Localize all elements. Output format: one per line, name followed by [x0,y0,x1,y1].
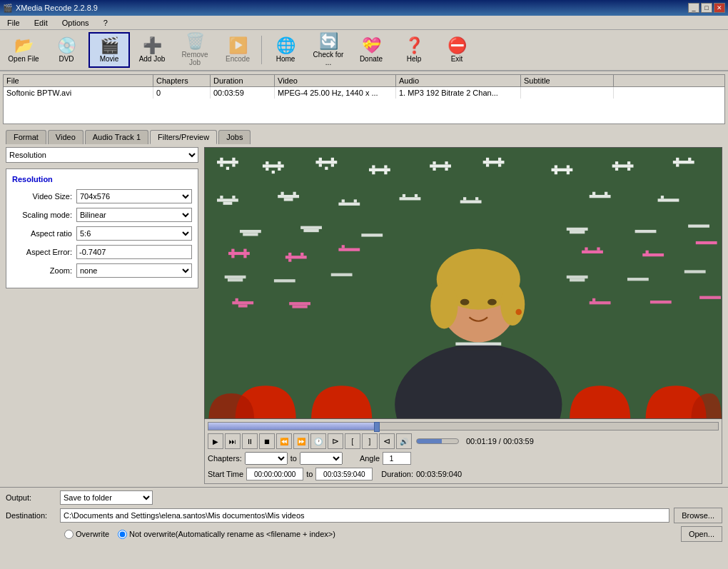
not-overwrite-radio[interactable] [118,530,127,539]
rewind-button[interactable]: ⏪ [276,433,292,449]
start-time-input[interactable] [246,468,303,480]
stop-button[interactable]: ⏹ [259,433,275,449]
menu-bar: File Edit Options ? [0,16,728,30]
svg-rect-41 [612,164,634,167]
home-button[interactable]: 🌐 Home [265,32,306,68]
svg-rect-79 [231,249,234,252]
browse-button[interactable]: Browse... [674,508,722,523]
play-button[interactable]: ▶ [208,433,223,449]
tab-format[interactable]: Format [6,130,46,144]
movie-button[interactable]: 🎬 Movie [89,32,130,68]
filter-type-select[interactable]: Resolution Deinterlace Deblock Denoise [6,147,198,163]
resolution-section: Resolution Video Size: 704x576 720x576 1… [6,168,198,288]
svg-rect-24 [433,161,435,164]
svg-rect-71 [243,233,258,236]
svg-rect-26 [430,164,451,167]
svg-rect-107 [289,302,310,305]
video-content-svg [205,148,722,418]
donate-button[interactable]: 💝 Donate [350,32,392,68]
end-time-input[interactable] [315,468,373,480]
mark-out-button[interactable]: ⊲ [379,433,395,449]
tab-video[interactable]: Video [48,130,84,144]
svg-rect-108 [292,305,307,308]
chapters-to-label: to [290,454,297,463]
svg-rect-32 [486,163,489,166]
svg-rect-6 [226,167,229,170]
svg-rect-100 [567,276,588,278]
svg-rect-58 [338,203,360,206]
svg-rect-25 [445,161,448,164]
svg-rect-59 [403,194,405,197]
aspect-ratio-select[interactable]: 5:6 4:3 16:9 [76,226,192,241]
add-job-button[interactable]: ➕ Add Job [131,32,173,68]
maximize-button[interactable]: □ [701,3,712,13]
forward-button[interactable]: ⏩ [293,433,309,449]
encode-button[interactable]: ▶️ Encode [217,32,258,68]
audio-button[interactable]: 🔊 [396,433,412,449]
home-label: Home [276,55,295,63]
playback-controls: ▶ ⏭ ⏸ ⏹ ⏪ ⏩ 🕐 ⊳ [ ] ⊲ 🔊 00:01:19 / 00:03… [208,433,719,449]
svg-rect-4 [220,163,223,166]
set-time-button[interactable]: 🕐 [310,433,326,449]
file-video: MPEG-4 25.00 Hz, 1440 x ... [275,87,396,99]
zoom-select[interactable]: none 25% 50% 100% [76,263,192,278]
video-size-select[interactable]: 704x576 720x576 1280x720 1920x1080 [76,189,192,203]
app-icon: 🎬 [3,4,13,13]
svg-rect-90 [585,247,587,250]
angle-input[interactable] [383,452,411,465]
svg-rect-67 [590,195,611,198]
svg-rect-82 [231,255,234,258]
menu-help[interactable]: ? [99,17,112,29]
menu-options[interactable]: Options [58,17,93,29]
minimize-button[interactable]: _ [688,3,699,13]
exit-button[interactable]: ⛔ Exit [436,32,477,68]
svg-rect-50 [217,198,238,201]
svg-rect-80 [243,249,246,252]
svg-rect-96 [225,276,246,278]
destination-input[interactable] [60,508,669,523]
close-button[interactable]: ✕ [714,3,725,13]
skip-end-button[interactable]: ⏭ [225,433,241,449]
options-row: Overwrite Not overwrite(Automatically re… [6,526,722,542]
aspect-ratio-label: Aspect ratio [12,229,76,238]
tab-audio-track-1[interactable]: Audio Track 1 [85,130,148,144]
volume-slider[interactable] [416,438,459,444]
svg-rect-37 [555,171,557,174]
open-button[interactable]: Open... [681,526,722,542]
help-button[interactable]: ❓ Help [393,32,435,68]
col-header-file: File [4,75,153,86]
title-bar: 🎬 XMedia Recode 2.2.8.9 _ □ ✕ [0,0,728,16]
file-duration: 00:03:59 [211,87,275,99]
mark-in-button[interactable]: ⊳ [328,433,343,449]
pause-button[interactable]: ⏸ [242,433,258,449]
svg-rect-110 [590,301,611,304]
menu-edit[interactable]: Edit [30,17,52,29]
overwrite-radio[interactable] [64,530,74,539]
dvd-button[interactable]: 💿 DVD [46,32,87,68]
left-panel: Resolution Deinterlace Deblock Denoise R… [6,147,198,484]
start-time-label: Start Time [208,470,243,478]
file-list-body[interactable]: Softonic BPTW.avi 0 00:03:59 MPEG-4 25.0… [4,87,724,99]
tab-jobs[interactable]: Jobs [218,130,251,144]
aspect-error-input[interactable] [76,245,192,259]
tab-filters-preview[interactable]: Filters/Preview [150,130,217,144]
chapters-from-select[interactable] [245,452,288,465]
progress-bar[interactable] [208,422,719,430]
svg-rect-73 [303,229,318,232]
scaling-mode-select[interactable]: Bilinear Bicubic Lanczos [76,208,192,222]
check-for-button[interactable]: 🔄 Check for ... [308,32,349,68]
open-file-button[interactable]: 📂 Open File [3,32,44,68]
bracket-out-button[interactable]: ] [362,433,378,449]
help-icon: ❓ [405,38,424,54]
angle-label: Angle [360,454,380,463]
tabs: Format Video Audio Track 1 Filters/Previ… [6,130,722,144]
output-select[interactable]: Save to folder Save to source folder [60,490,153,505]
menu-file[interactable]: File [3,17,24,29]
chapters-to-select[interactable] [300,452,343,465]
remove-job-button[interactable]: 🗑️ Remove Job [174,32,216,68]
file-audio: 1. MP3 192 Bitrate 2 Chan... [396,87,521,99]
bracket-in-button[interactable]: [ [345,433,360,449]
svg-rect-29 [486,158,489,161]
progress-thumb[interactable] [374,422,380,432]
tab-area: Format Video Audio Track 1 Filters/Previ… [0,127,728,144]
